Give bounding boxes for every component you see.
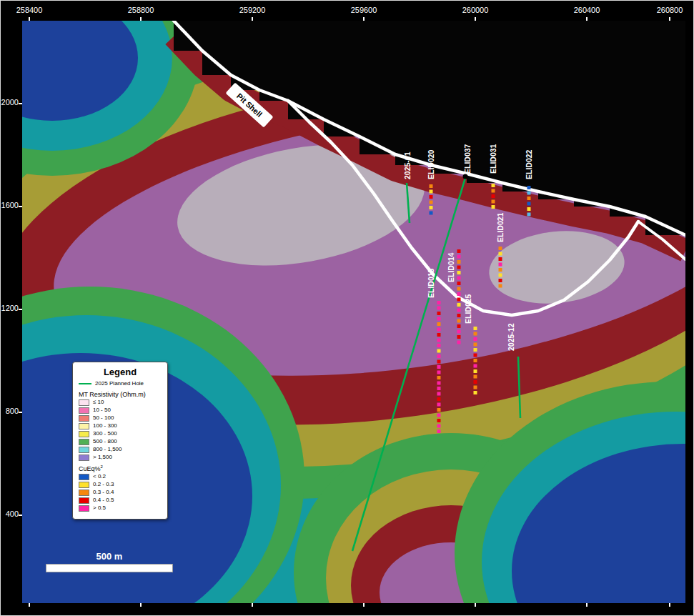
axis-tick-label: 260400 [574,6,600,14]
cueq-swatch [79,474,89,480]
section-plot: Pit Shell2025-01ELID020ELID037ELID031ELI… [22,21,685,603]
resistivity-swatch [79,399,89,406]
resistivity-label: 100 - 300 [93,423,117,429]
legend-cueq-items: < 0.20.2 - 0.30.3 - 0.40.4 - 0.5> 0.5 [79,474,162,512]
collar-dot [463,174,468,179]
axis-tick [19,309,22,310]
axis-tick-label: 1200 [1,304,19,312]
axis-tick [669,603,670,607]
legend-cueq-title: CuEq%2 [79,465,162,472]
hole-label: ELID022 [525,149,533,179]
cueq-swatch [79,482,89,488]
legend: Legend 2025 Planned Hole MT Resistivity … [72,362,168,520]
axis-tick [363,603,365,607]
hole-label: 2025-01 [403,151,412,179]
left-axis: 200016001200800400 [1,1,21,615]
axis-tick [475,17,476,21]
resistivity-swatch [79,439,89,445]
hole-label: ELID015 [427,268,435,298]
resistivity-label: 300 - 500 [93,431,117,437]
axis-tick [19,103,22,104]
resistivity-swatch [79,454,89,461]
axis-tick [586,603,588,607]
planned-hole-label: 2025 Planned Hole [95,381,144,387]
cueq-item: > 0.5 [79,505,162,512]
resistivity-item: ≤ 10 [79,399,162,406]
resistivity-label: 800 - 1,500 [93,447,122,453]
resistivity-item: 10 - 50 [79,407,162,414]
axis-tick [19,412,22,413]
resistivity-swatch [79,415,89,422]
cueq-footnote-marker: 2 [101,465,103,469]
legend-title: Legend [79,367,162,377]
hole-label: ELID025 [464,294,472,324]
resistivity-swatch [79,423,89,429]
cueq-item: 0.3 - 0.4 [79,490,162,496]
cueq-item: 0.2 - 0.3 [79,482,162,488]
axis-tick-label: 1600 [1,201,19,209]
hole-label: ELID021 [496,212,505,242]
scale-bar: 500 m [46,551,173,572]
axis-tick-label: 259600 [351,6,377,14]
axis-tick-label: 259200 [239,6,266,14]
cueq-swatch [79,497,89,504]
cueq-swatch [79,505,89,512]
resistivity-label: 50 - 100 [93,415,114,422]
axis-tick-label: 800 [1,407,19,415]
resistivity-item: 300 - 500 [79,431,162,437]
resistivity-label: 500 - 800 [93,439,117,445]
axis-tick [252,603,253,607]
cueq-label: < 0.2 [93,474,106,480]
planned-hole-line-swatch [79,383,91,384]
axis-tick [586,17,588,21]
axis-tick-label: 400 [1,510,19,518]
hole-label: ELID020 [427,149,435,179]
scale-bar-label: 500 m [46,551,173,562]
resistivity-item: 100 - 300 [79,423,162,429]
axis-tick [19,206,22,207]
cueq-title-text: CuEq% [79,465,101,472]
hole-label: 2025-12 [507,323,515,351]
axis-tick [19,515,22,516]
cross-section-figure: 2584002588002592002596002600002604002608… [0,0,694,616]
resistivity-label: ≤ 10 [93,399,104,406]
cueq-label: 0.4 - 0.5 [93,497,114,504]
hole-label: ELID031 [489,144,497,174]
cueq-label: 0.3 - 0.4 [93,490,114,496]
resistivity-item: 800 - 1,500 [79,447,162,453]
resistivity-swatch [79,431,89,437]
axis-tick [140,603,142,607]
axis-tick [29,603,30,607]
legend-planned-hole-item: 2025 Planned Hole [79,381,162,387]
axis-tick [140,17,142,21]
resistivity-swatch [79,447,89,453]
cueq-label: > 0.5 [93,505,106,512]
resistivity-label: 10 - 50 [93,407,111,414]
cueq-label: 0.2 - 0.3 [93,482,114,488]
axis-tick-label: 260000 [462,6,489,14]
resistivity-swatch [79,407,89,414]
axis-tick-label: 258800 [128,6,154,14]
top-axis: 2584002588002592002596002600002604002608… [1,1,693,21]
cueq-item: < 0.2 [79,474,162,480]
axis-tick-label: 260800 [657,6,683,14]
hole-label: ELID014 [447,252,455,282]
axis-tick [475,603,476,607]
resistivity-label: > 1,500 [93,454,112,461]
hole-label: ELID037 [463,144,472,174]
cueq-swatch [79,490,89,496]
legend-resistivity-items: ≤ 1010 - 5050 - 100100 - 300300 - 500500… [79,399,162,461]
axis-tick [669,17,670,21]
legend-resistivity-title: MT Resistivity (Ohm.m) [79,391,162,398]
axis-tick-label: 2000 [1,98,19,106]
axis-tick [29,17,30,21]
resistivity-item: 500 - 800 [79,439,162,445]
axis-tick [363,17,365,21]
resistivity-item: > 1,500 [79,454,162,461]
axis-tick [252,17,253,21]
resistivity-item: 50 - 100 [79,415,162,422]
cueq-item: 0.4 - 0.5 [79,497,162,504]
scale-bar-rect [46,564,173,572]
